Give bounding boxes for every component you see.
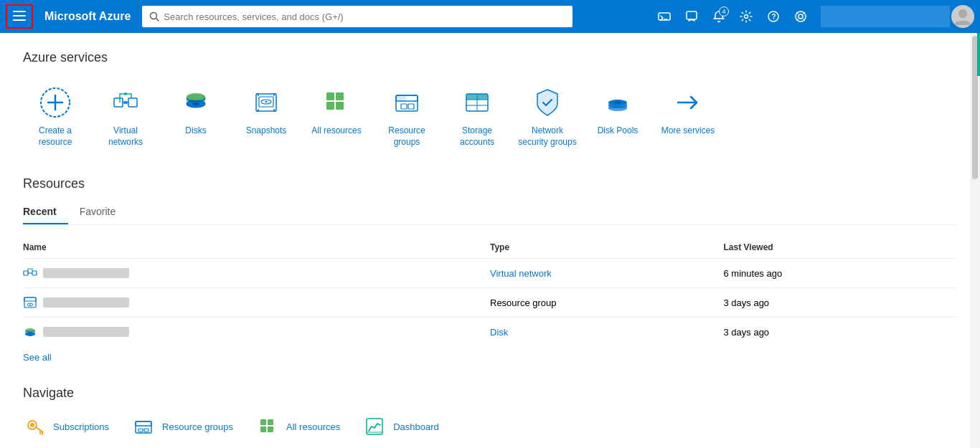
svg-rect-41 [396,95,406,101]
service-disks[interactable]: Disks [164,80,228,143]
notification-badge: 4 [719,6,729,16]
service-virtual-networks-label: Virtual networks [96,125,155,148]
resource-name-redacted [43,297,129,308]
svg-rect-74 [136,421,151,433]
col-header-last-viewed: Last Viewed [724,237,958,259]
resource-last-viewed-cell: 3 days ago [724,318,958,347]
svg-point-30 [192,103,199,105]
svg-rect-37 [336,92,344,100]
navigate-subscriptions-label: Subscriptions [53,421,109,432]
service-create-resource[interactable]: Create a resource [23,80,88,153]
svg-rect-77 [144,429,149,432]
resource-name-redacted [43,327,129,337]
svg-point-17 [958,9,967,18]
support-button[interactable] [788,4,814,29]
svg-point-64 [29,304,31,305]
feedback-button[interactable] [679,4,705,29]
service-disk-pools[interactable]: Disk Pools [585,80,650,143]
vnet-icon [108,85,143,120]
svg-point-70 [30,423,34,427]
service-storage-accounts[interactable]: Storage accounts [445,80,509,153]
navigate-dashboard[interactable]: Dashboard [363,415,439,438]
support-icon [794,10,807,23]
arrow-right-icon [671,85,705,120]
notifications-button[interactable]: 4 [706,4,732,29]
svg-point-12 [798,14,803,19]
svg-rect-44 [408,104,414,109]
navigate-section: Navigate Subscriptions [23,386,957,438]
service-snapshots[interactable]: Snapshots [234,80,298,143]
disk-icon [179,85,213,120]
topnav-icon-group: 4 ? [651,4,974,29]
svg-point-56 [614,102,621,104]
svg-text:?: ? [772,13,776,21]
storage-icon [460,85,494,120]
resource-type-cell: Virtual network [490,259,724,288]
resource-last-viewed-cell: 6 minutes ago [724,259,958,288]
resourcegroup-nav-icon [132,415,155,438]
service-virtual-networks[interactable]: Virtual networks [93,80,158,153]
service-disks-label: Disks [185,125,206,137]
snapshot-row-icon [23,295,37,310]
plus-icon [38,85,72,120]
col-header-name: Name [23,237,490,259]
navigate-subscriptions[interactable]: Subscriptions [23,415,109,438]
svg-rect-21 [114,98,123,107]
navigate-resource-groups[interactable]: Resource groups [132,415,233,438]
allresources-nav-icon [256,415,279,438]
scrollbar-accent [977,33,980,76]
service-nsg-label: Network security groups [518,125,577,148]
service-snapshots-label: Snapshots [246,125,287,137]
svg-rect-7 [687,11,697,19]
svg-line-4 [156,19,159,22]
resources-tabs: Recent Favorite [23,200,957,225]
settings-button[interactable] [733,4,759,29]
navigate-grid: Subscriptions Resource groups [23,415,957,438]
tab-favorite[interactable]: Favorite [80,200,128,224]
resourcegroup-icon [390,85,424,120]
directory-input[interactable] [821,6,950,27]
service-nsg[interactable]: Network security groups [515,80,580,153]
search-bar[interactable] [142,6,573,27]
cloud-shell-button[interactable] [651,4,677,29]
svg-rect-2 [13,19,26,21]
service-all-resources[interactable]: All resources [304,80,369,143]
svg-rect-81 [268,426,273,432]
resource-name-cell [23,318,490,347]
resource-name-redacted [43,268,129,278]
brand-title: Microsoft Azure [39,10,136,23]
svg-rect-0 [13,11,26,12]
help-button[interactable]: ? [760,4,786,29]
service-resource-groups[interactable]: Resource groups [374,80,439,153]
svg-point-68 [29,333,32,335]
search-input[interactable] [164,11,565,22]
service-more-services[interactable]: More services [656,80,720,143]
diskpool-icon [600,85,635,120]
svg-rect-62 [24,297,36,301]
main-content: Azure services Create a resource [0,33,980,448]
svg-rect-43 [401,104,407,109]
resource-name-cell [23,259,490,288]
top-navigation: Microsoft Azure 4 [0,0,980,33]
svg-rect-58 [24,271,28,275]
hamburger-menu-button[interactable] [6,4,33,29]
help-icon: ? [767,10,780,23]
navigate-dashboard-label: Dashboard [393,421,439,432]
svg-rect-75 [136,421,151,426]
see-all-link[interactable]: See all [23,352,52,363]
snapshot-icon [249,85,283,120]
svg-rect-36 [326,92,334,100]
resource-type-cell: Disk [490,318,724,347]
vnet-row-icon [23,266,37,280]
azure-services-section: Azure services Create a resource [23,50,957,153]
svg-rect-38 [326,102,334,110]
navigate-all-resources[interactable]: All resources [256,415,340,438]
resource-name-cell [23,288,490,318]
scrollbar[interactable] [970,33,980,448]
resource-type-cell: Resource group [490,288,724,318]
search-icon [149,11,159,22]
tab-recent[interactable]: Recent [23,200,68,224]
svg-point-8 [745,15,748,19]
table-row: Disk 3 days ago [23,318,957,347]
user-avatar[interactable] [951,5,974,28]
